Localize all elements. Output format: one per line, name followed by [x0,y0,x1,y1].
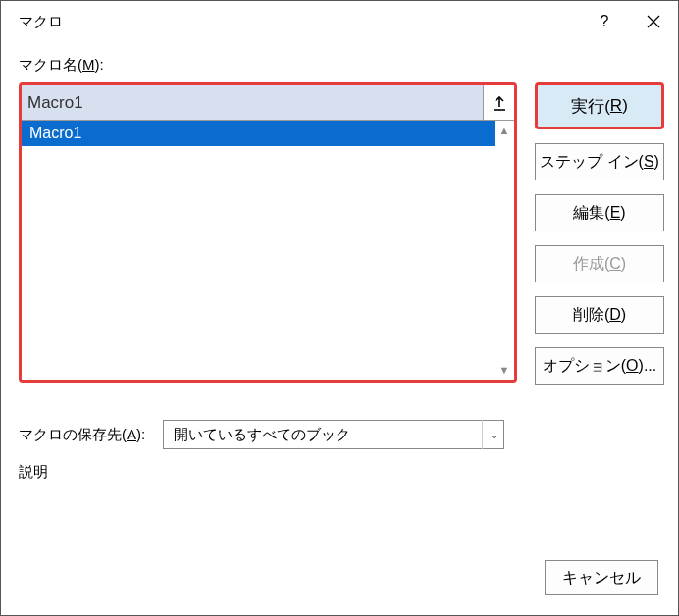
macro-name-input[interactable] [22,85,483,120]
help-button[interactable]: ? [580,1,629,42]
options-button[interactable]: オプション(O)... [535,347,664,385]
macro-name-area: Macro1 ▲ ▼ [19,82,517,383]
step-in-button[interactable]: ステップ イン(S) [535,143,664,180]
close-icon [646,14,661,29]
edit-button[interactable]: 編集(E) [535,194,664,231]
macro-name-row [22,85,514,121]
store-select[interactable]: 開いているすべてのブック ⌄ [163,420,504,449]
chevron-down-icon: ⌄ [482,420,503,449]
close-button[interactable] [629,1,678,42]
macro-name-label: マクロ名(M): [19,56,664,75]
store-selected-value: 開いているすべてのブック [174,426,350,444]
create-button: 作成(C) [535,245,664,282]
titlebar: マクロ ? [1,1,678,42]
delete-button[interactable]: 削除(D) [535,296,664,334]
macro-list[interactable]: Macro1 ▲ ▼ [22,121,514,380]
macro-dialog: マクロ ? マクロ名(M): Macro [0,0,679,616]
scroll-up-icon: ▲ [499,125,510,136]
list-item[interactable]: Macro1 [22,121,495,146]
reference-button[interactable] [483,85,514,120]
store-label: マクロの保存先(A): [19,426,145,444]
cancel-button[interactable]: キャンセル [545,560,658,595]
dialog-body: マクロ名(M): Macro1 ▲ [1,42,678,482]
run-button[interactable]: 実行(R) [535,82,664,129]
dialog-title: マクロ [19,13,580,31]
scroll-down-icon: ▼ [499,364,510,376]
store-row: マクロの保存先(A): 開いているすべてのブック ⌄ [19,420,517,449]
description-label: 説明 [19,463,517,482]
list-scrollbar[interactable]: ▲ ▼ [495,121,514,380]
reference-icon [493,95,506,111]
